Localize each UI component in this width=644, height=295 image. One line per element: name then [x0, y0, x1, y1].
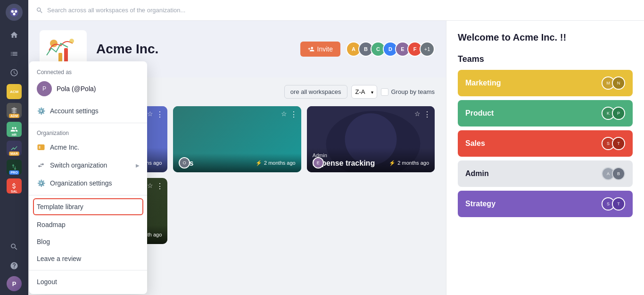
chevron-right-icon: ▶	[136, 163, 140, 168]
dropdown-username: Pola (@Pola)	[57, 85, 96, 93]
search-box: Search across all workspaces of the orga…	[36, 7, 185, 14]
dropdown-user-info: P Pola (@Pola)	[29, 77, 147, 102]
organization-label: Organization	[29, 126, 147, 138]
svg-rect-8	[38, 144, 45, 150]
more-icon-editorial[interactable]: ⋮	[156, 182, 164, 191]
members-plus-badge: +1	[420, 42, 435, 57]
svg-point-1	[11, 10, 14, 13]
card-actions-ops: ☆ ⋮	[281, 110, 297, 119]
team-item-admin[interactable]: Admin A B	[458, 160, 633, 187]
team-item-product[interactable]: Product K P	[458, 100, 633, 126]
team-avatars-strategy: S T	[602, 197, 625, 211]
roadmap-item[interactable]: Roadmap	[29, 216, 147, 233]
team-name-strategy: Strategy	[465, 200, 495, 208]
workspaces-controls: ore all workspaces Z-A A-Z Group by team…	[284, 85, 435, 99]
sidebar-badge-hr: HR	[10, 133, 18, 137]
org-settings-icon: ⚙️	[37, 179, 45, 187]
sidebar-item-mar[interactable]: MAR	[6, 140, 23, 157]
logout-item[interactable]: Logout	[29, 273, 147, 290]
sidebar-item-home[interactable]	[6, 26, 23, 43]
blog-item[interactable]: Blog	[29, 233, 147, 250]
card-members-expense: E	[313, 157, 324, 169]
org-header-actions: Invite A B C D E F +1	[300, 42, 435, 57]
org-name-label: Acme Inc.	[50, 143, 79, 151]
group-by-checkbox[interactable]	[381, 88, 388, 96]
svg-point-7	[69, 39, 74, 43]
workspace-card-expense[interactable]: ☆ ⋮ Admin Expense tracking E	[307, 106, 435, 172]
team-item-marketing[interactable]: Marketing M N	[458, 70, 633, 96]
team-avatars-product: K P	[602, 107, 625, 120]
sidebar-item-adm[interactable]: ADM	[6, 102, 23, 119]
group-by-label: Group by teams	[391, 88, 435, 95]
roadmap-label: Roadmap	[37, 221, 66, 228]
template-library-item[interactable]: Template library	[33, 198, 143, 215]
topbar: Search across all workspaces of the orga…	[28, 0, 644, 21]
sidebar-item-sal[interactable]: SAL	[6, 177, 23, 194]
account-settings-item[interactable]: ⚙️ Account settings	[29, 102, 147, 120]
group-by-toggle[interactable]: Group by teams	[381, 88, 435, 96]
divider-3	[29, 270, 147, 270]
workspace-card-ops[interactable]: ☆ ⋮ Ops O	[173, 106, 301, 172]
see-all-workspaces-button[interactable]: ore all workspaces	[284, 85, 347, 99]
org-settings-label: Organization settings	[50, 179, 112, 187]
invite-button[interactable]: Invite	[300, 42, 340, 57]
card-members-ops: O	[179, 157, 190, 169]
card-footer-ops: O ⚡ 2 months ago	[179, 157, 295, 169]
more-icon-expense[interactable]: ⋮	[423, 110, 431, 119]
sidebar-badge-acm: ACM	[10, 90, 18, 94]
member-avatars: A B C D E F +1	[346, 42, 435, 57]
svg-rect-9	[39, 146, 41, 149]
card-time-expense: ⚡ 2 months ago	[389, 160, 429, 166]
user-avatar[interactable]: P	[7, 276, 22, 291]
divider-2	[29, 195, 147, 195]
svg-point-6	[50, 40, 58, 47]
search-icon	[36, 7, 43, 14]
app-logo[interactable]	[6, 4, 23, 21]
star-icon[interactable]: ☆	[147, 110, 153, 119]
team-avatars-marketing: M N	[602, 76, 625, 90]
invite-label: Invite	[317, 45, 333, 53]
sidebar-item-time[interactable]	[6, 64, 23, 81]
card-actions-editorial: ☆ ⋮	[147, 182, 164, 191]
more-icon[interactable]: ⋮	[156, 110, 164, 119]
team-avatars-admin: A B	[602, 167, 625, 180]
org-name: Acme Inc.	[96, 42, 158, 57]
team-avatars-sales: S T	[602, 137, 625, 150]
card-actions: ☆ ⋮	[147, 110, 164, 119]
switch-org-label: Switch organization	[50, 161, 107, 169]
gear-icon: ⚙️	[37, 107, 45, 115]
sort-select[interactable]: Z-A A-Z	[351, 85, 377, 99]
team-name-sales: Sales	[465, 139, 485, 148]
team-name-marketing: Marketing	[465, 79, 501, 87]
sidebar-item-tasks[interactable]	[6, 45, 23, 62]
sidebar-item-pro[interactable]: PRO	[6, 159, 23, 176]
star-icon-expense[interactable]: ☆	[414, 110, 421, 119]
switch-org-item[interactable]: Switch organization ▶	[29, 156, 147, 174]
org-icon	[37, 143, 45, 152]
sidebar-item-acm[interactable]: ACM	[6, 83, 23, 100]
sidebar-item-help[interactable]	[6, 257, 23, 274]
switch-icon	[37, 161, 45, 169]
team-name-product: Product	[465, 109, 494, 118]
template-library-label: Template library	[37, 203, 83, 211]
teams-label: Teams	[458, 54, 633, 64]
welcome-text: Welcome to Acme Inc. !!	[458, 32, 633, 43]
team-name-admin: Admin	[465, 169, 489, 178]
org-name-item[interactable]: Acme Inc.	[29, 138, 147, 156]
sidebar-item-search[interactable]	[6, 238, 23, 255]
more-icon-ops[interactable]: ⋮	[290, 110, 297, 119]
blog-label: Blog	[37, 238, 50, 245]
sidebar-item-hr[interactable]: HR	[6, 121, 23, 138]
logout-label: Logout	[37, 278, 57, 286]
team-item-strategy[interactable]: Strategy S T	[458, 191, 633, 217]
card-time-ops: ⚡ 2 months ago	[256, 160, 296, 166]
sort-wrapper: Z-A A-Z	[351, 85, 377, 99]
sidebar-badge-sal: SAL	[9, 189, 19, 194]
sidebar: ACM ADM HR MAR PRO	[0, 0, 28, 295]
team-item-sales[interactable]: Sales S T	[458, 130, 633, 157]
leave-review-item[interactable]: Leave a review	[29, 250, 147, 267]
right-panel: Welcome to Acme Inc. !! Teams Marketing …	[446, 21, 644, 295]
star-icon-ops[interactable]: ☆	[281, 110, 287, 119]
star-icon-editorial[interactable]: ☆	[147, 182, 153, 191]
org-settings-item[interactable]: ⚙️ Organization settings	[29, 174, 147, 192]
